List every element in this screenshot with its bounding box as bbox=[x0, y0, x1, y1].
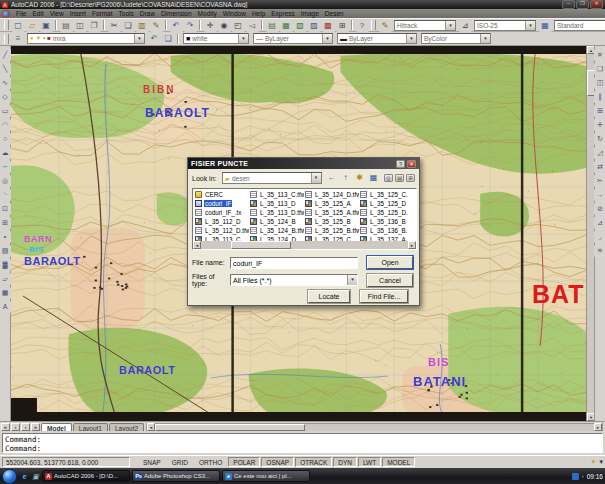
new-button[interactable]: ▢ bbox=[12, 19, 25, 32]
ellipse-button[interactable]: ◎ bbox=[0, 175, 11, 187]
file-item[interactable]: L_35_124_D.tfw bbox=[304, 190, 359, 199]
menu-window[interactable]: Window bbox=[220, 10, 249, 17]
tools-menu-icon[interactable]: ⊞ bbox=[406, 174, 415, 182]
status-toggle-model[interactable]: MODEL bbox=[382, 457, 415, 467]
comm-center-icon[interactable]: ✦ bbox=[591, 458, 597, 466]
region-button[interactable]: ▱ bbox=[0, 273, 11, 285]
scroll-right-icon[interactable] bbox=[594, 423, 602, 431]
tool-palettes-button[interactable]: ▧ bbox=[294, 19, 307, 32]
find-file-button[interactable]: Find File... bbox=[360, 290, 408, 303]
cancel-button[interactable]: Cancel bbox=[367, 274, 413, 287]
taskbar-button[interactable]: PsAdobe Photoshop CS3... bbox=[132, 470, 220, 482]
trim-button[interactable]: ✂ bbox=[594, 175, 605, 187]
status-toggle-dyn[interactable]: DYN bbox=[333, 457, 357, 467]
combo-arrow-icon[interactable] bbox=[406, 34, 416, 43]
combo-arrow-icon[interactable] bbox=[238, 34, 248, 43]
file-item[interactable]: L_35_113_D.tfw bbox=[249, 208, 304, 217]
combo-arrow-icon[interactable] bbox=[311, 173, 321, 183]
status-toggle-grid[interactable]: GRID bbox=[167, 457, 193, 467]
hatch-button[interactable]: ▨ bbox=[0, 245, 11, 257]
menu-edit[interactable]: Edit bbox=[29, 10, 46, 17]
file-item[interactable]: L_35_125_C. bbox=[359, 190, 414, 199]
plot-style-combo[interactable]: ByColor bbox=[421, 33, 491, 44]
polyline-button[interactable]: ∿ bbox=[0, 77, 11, 89]
back-icon[interactable]: ← bbox=[326, 172, 338, 184]
file-item[interactable]: L_35_136_B. bbox=[359, 226, 414, 235]
zoom-realtime-button[interactable]: ◉ bbox=[218, 19, 231, 32]
status-toggle-ortho[interactable]: ORTHO bbox=[194, 457, 227, 467]
mtext-button[interactable]: A bbox=[0, 301, 11, 313]
tab-nav-icon-3[interactable]: » bbox=[31, 423, 40, 431]
file-item[interactable]: L_35_125_D bbox=[359, 199, 414, 208]
combo-arrow-icon[interactable] bbox=[134, 34, 144, 43]
vertical-scrollbar[interactable] bbox=[586, 46, 594, 421]
array-button[interactable]: ⊞ bbox=[594, 105, 605, 117]
file-item[interactable]: L_35_112_D.tfw bbox=[194, 226, 249, 235]
scroll-left-icon[interactable] bbox=[193, 241, 201, 249]
file-item[interactable]: L_35_113_C.tfw bbox=[249, 190, 304, 199]
look-in-combo[interactable]: ▰ desen bbox=[222, 172, 322, 184]
combo-arrow-icon[interactable] bbox=[525, 21, 535, 30]
redo-button[interactable]: ↷ bbox=[184, 19, 197, 32]
dialog-help-button[interactable]: ? bbox=[396, 160, 405, 168]
make-block-button[interactable]: ⊞ bbox=[0, 217, 11, 229]
erase-button[interactable]: ✕ bbox=[594, 49, 605, 61]
menu-tools[interactable]: Tools bbox=[116, 10, 137, 17]
table-style-combo[interactable]: Standard bbox=[554, 20, 605, 31]
scroll-left-icon[interactable] bbox=[147, 423, 155, 431]
tab-nav-icon-2[interactable]: › bbox=[21, 423, 30, 431]
menu-image[interactable]: Image bbox=[298, 10, 322, 17]
copy-button[interactable]: ❏ bbox=[122, 19, 135, 32]
locate-button[interactable]: Locate bbox=[308, 290, 350, 303]
spline-button[interactable]: ∽ bbox=[0, 161, 11, 173]
menu-express[interactable]: Express bbox=[268, 10, 297, 17]
status-menu-arrow-icon[interactable]: ▾ bbox=[599, 458, 603, 466]
menu-insert[interactable]: Insert bbox=[67, 10, 89, 17]
paste-button[interactable]: ▥ bbox=[136, 19, 149, 32]
file-item[interactable]: L_35_113_D bbox=[249, 199, 304, 208]
combo-arrow-icon[interactable] bbox=[480, 34, 490, 43]
pan-button[interactable]: ✛ bbox=[204, 19, 217, 32]
views-icon[interactable]: ▦ bbox=[368, 172, 380, 184]
scroll-right-icon[interactable] bbox=[408, 241, 416, 249]
tab-nav-icon-1[interactable]: ‹ bbox=[11, 423, 20, 431]
toolbar-grip[interactable] bbox=[4, 34, 9, 44]
explode-button[interactable]: ✳ bbox=[594, 245, 605, 257]
layer-combo[interactable]: ●☀▪■ mira bbox=[27, 33, 145, 44]
lineweight-combo[interactable]: ▬ ByLayer bbox=[337, 33, 417, 44]
file-list-hscrollbar[interactable] bbox=[193, 241, 416, 249]
extend-button[interactable]: → bbox=[594, 189, 605, 201]
command-line[interactable]: Command:Command: bbox=[2, 433, 603, 453]
status-toggle-snap[interactable]: SNAP bbox=[138, 457, 166, 467]
offset-button[interactable]: ∥ bbox=[594, 91, 605, 103]
color-combo[interactable]: ■ white bbox=[183, 33, 249, 44]
status-toggle-otrack[interactable]: OTRACK bbox=[295, 457, 332, 467]
internet-explorer-icon[interactable]: e bbox=[20, 472, 29, 481]
arc-button[interactable]: ◠ bbox=[0, 119, 11, 131]
menu-modify[interactable]: Modify bbox=[195, 10, 220, 17]
menu-help[interactable]: Help bbox=[249, 10, 268, 17]
line-button[interactable]: ╱ bbox=[0, 49, 11, 61]
tray-expand-icon[interactable]: ‹ bbox=[582, 473, 584, 479]
plot-button[interactable]: ▤ bbox=[60, 19, 73, 32]
cut-button[interactable]: ✂ bbox=[108, 19, 121, 32]
file-item[interactable]: L_35_125_D. bbox=[359, 208, 414, 217]
sheet-set-manager-button[interactable]: ▨ bbox=[308, 19, 321, 32]
combo-arrow-icon[interactable] bbox=[347, 275, 357, 285]
combo-arrow-icon[interactable] bbox=[322, 34, 332, 43]
rotate-button[interactable]: ↻ bbox=[594, 133, 605, 145]
toolbar-grip[interactable] bbox=[371, 20, 376, 30]
break-button[interactable]: ⊘ bbox=[594, 203, 605, 215]
file-item[interactable]: coduri_IF bbox=[194, 199, 249, 208]
revision-cloud-button[interactable]: ☁ bbox=[0, 147, 11, 159]
copy-object-button[interactable]: ❏ bbox=[594, 63, 605, 75]
dialog-title-bar[interactable]: FISIER PUNCTE ? ✕ bbox=[188, 158, 419, 169]
menu-format[interactable]: Format bbox=[89, 10, 116, 17]
undo-button[interactable]: ↶ bbox=[170, 19, 183, 32]
new-folder-icon[interactable]: ✱ bbox=[354, 172, 366, 184]
file-item[interactable]: CERC bbox=[194, 190, 249, 199]
file-item[interactable]: L_35_125_A bbox=[304, 199, 359, 208]
show-desktop-icon[interactable]: ▣ bbox=[31, 472, 40, 481]
markup-button[interactable]: ▩ bbox=[322, 19, 335, 32]
menu-view[interactable]: View bbox=[47, 10, 67, 17]
